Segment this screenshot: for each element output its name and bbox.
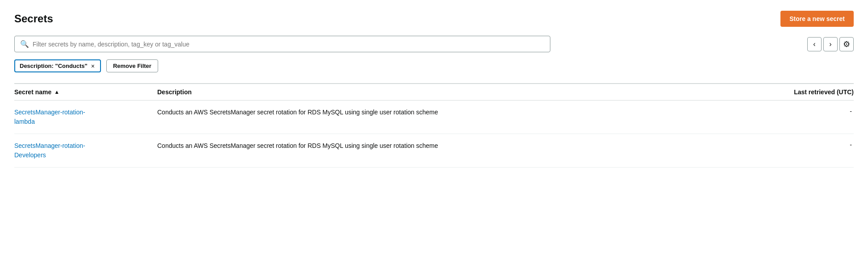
search-container: 🔍	[14, 36, 550, 52]
col-description-label: Description	[157, 88, 192, 96]
filter-close-button[interactable]: ×	[90, 63, 96, 69]
table-row: SecretsManager-rotation-lambda Conducts …	[14, 101, 854, 134]
settings-button[interactable]: ⚙	[839, 37, 854, 51]
filter-row: Description: "Conducts" × Remove Filter	[14, 59, 854, 72]
next-page-button[interactable]: ›	[823, 37, 838, 51]
table-header: Secret name ▲ Description Last retrieved…	[14, 84, 854, 101]
col-header-secret-name: Secret name ▲	[14, 88, 157, 96]
active-filter-tag: Description: "Conducts" ×	[14, 59, 101, 72]
page-container: Secrets Store a new secret 🔍 ‹ › ⚙ Descr…	[0, 0, 868, 256]
page-title: Secrets	[14, 13, 53, 25]
cell-description: Conducts an AWS SecretsManager secret ro…	[157, 108, 755, 126]
col-header-last-retrieved: Last retrieved (UTC)	[755, 88, 854, 96]
remove-filter-button[interactable]: Remove Filter	[106, 59, 158, 72]
cell-description: Conducts an AWS SecretsManager secret ro…	[157, 141, 755, 160]
filter-key: Description:	[20, 63, 55, 69]
search-row: 🔍 ‹ › ⚙	[14, 36, 854, 52]
cell-secret-name: SecretsManager-rotation-lambda	[14, 108, 157, 126]
chevron-left-icon: ‹	[813, 40, 815, 48]
col-last-retrieved-label: Last retrieved (UTC)	[794, 88, 854, 96]
cell-last-retrieved: -	[755, 108, 854, 126]
table-row: SecretsManager-rotation-Developers Condu…	[14, 134, 854, 168]
secret-name-link[interactable]: SecretsManager-rotation-lambda	[14, 109, 85, 125]
secret-name-link[interactable]: SecretsManager-rotation-Developers	[14, 142, 85, 159]
search-input[interactable]	[33, 41, 545, 48]
search-icon: 🔍	[20, 40, 29, 48]
search-controls: ‹ › ⚙	[807, 37, 854, 51]
gear-icon: ⚙	[843, 39, 850, 49]
prev-page-button[interactable]: ‹	[807, 37, 822, 51]
page-header: Secrets Store a new secret	[14, 11, 854, 27]
chevron-right-icon: ›	[829, 40, 831, 48]
cell-last-retrieved: -	[755, 141, 854, 160]
col-header-description: Description	[157, 88, 755, 96]
sort-asc-icon: ▲	[54, 89, 59, 95]
secrets-table: Secret name ▲ Description Last retrieved…	[14, 83, 854, 168]
store-secret-button[interactable]: Store a new secret	[780, 11, 854, 27]
cell-secret-name: SecretsManager-rotation-Developers	[14, 141, 157, 160]
filter-label: Description: "Conducts"	[20, 63, 88, 69]
col-secret-name-label: Secret name	[14, 88, 51, 96]
filter-value: "Conducts"	[55, 63, 87, 69]
